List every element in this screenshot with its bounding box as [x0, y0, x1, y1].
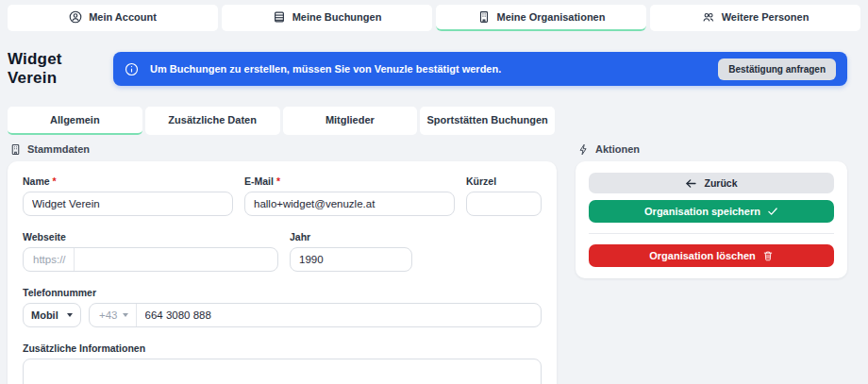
form-row-4: Zusätzliche Informationen: [23, 342, 542, 384]
stammdaten-section-header: Stammdaten: [8, 142, 557, 156]
info-icon: [125, 62, 139, 76]
nav-tab-label: Weitere Personen: [722, 11, 810, 23]
form-row-2: Webseite https:// Jahr: [23, 231, 542, 272]
aktionen-section-header: Aktionen: [576, 142, 847, 156]
chevron-down-icon: [67, 313, 73, 317]
zusatz-info-label: Zusätzliche Informationen: [23, 342, 542, 354]
country-code-select[interactable]: +43: [90, 309, 136, 321]
page-title: Widget Verein: [8, 50, 113, 88]
kuerzel-input[interactable]: [466, 192, 542, 216]
nav-tab-label: Mein Account: [89, 11, 157, 23]
phone-number-group: +43: [89, 303, 542, 327]
email-input[interactable]: [244, 192, 455, 216]
user-circle-icon: [69, 10, 82, 24]
form-row-1: Name* E-Mail* Kürzel: [23, 175, 542, 216]
aktionen-column: Aktionen Zurück Organisation speichern: [576, 142, 847, 278]
name-input[interactable]: [23, 192, 233, 216]
webseite-input-group: https://: [23, 247, 278, 272]
jahr-label: Jahr: [290, 231, 412, 242]
nav-tab-label: Meine Organisationen: [497, 11, 606, 23]
telefon-label: Telefonnummer: [23, 287, 542, 298]
page: Mein Account Meine Buchungen Meine Organ…: [0, 0, 868, 384]
back-button[interactable]: Zurück: [589, 173, 834, 193]
nav-tab-meine-organisationen[interactable]: Meine Organisationen: [436, 5, 646, 31]
subtab-allgemein[interactable]: Allgemein: [8, 107, 142, 135]
phone-type-select[interactable]: Mobil: [23, 303, 81, 327]
check-icon: [767, 206, 778, 217]
banner-message: Um Buchungen zu erstellen, müssen Sie vo…: [150, 63, 501, 75]
nav-tab-meine-buchungen[interactable]: Meine Buchungen: [222, 5, 432, 31]
zusatz-info-textarea[interactable]: [23, 359, 542, 384]
name-label: Name*: [23, 175, 233, 187]
people-icon: [702, 10, 715, 24]
lightning-icon: [577, 143, 590, 156]
delete-organisation-button[interactable]: Organisation löschen: [589, 244, 834, 267]
section-title: Aktionen: [595, 143, 640, 155]
subtab-mitglieder[interactable]: Mitglieder: [283, 107, 418, 135]
subtab-sportstaetten-buchungen[interactable]: Sportstätten Buchungen: [420, 107, 555, 135]
email-label: E-Mail*: [244, 175, 455, 187]
top-navigation: Mein Account Meine Buchungen Meine Organ…: [0, 0, 868, 31]
nav-tab-weitere-personen[interactable]: Weitere Personen: [650, 5, 860, 31]
building-icon: [9, 143, 22, 156]
nav-tab-label: Meine Buchungen: [292, 11, 382, 23]
webseite-field-group: Webseite https://: [23, 231, 278, 272]
trash-icon: [762, 250, 774, 261]
building-icon: [477, 10, 491, 24]
bookings-list-icon: [273, 10, 286, 24]
delete-button-label: Organisation löschen: [649, 250, 755, 261]
chevron-down-icon: [123, 313, 128, 317]
phone-type-value: Mobil: [31, 309, 58, 321]
jahr-field-group: Jahr: [290, 231, 412, 272]
form-row-3: Telefonnummer Mobil +43: [23, 287, 542, 327]
stammdaten-column: Stammdaten Name* E-Mail* Kürzel: [8, 142, 557, 384]
subtab-zusaetzliche-daten[interactable]: Zusätzliche Daten: [145, 107, 280, 135]
webseite-label: Webseite: [23, 231, 278, 242]
info-banner: Um Buchungen zu erstellen, müssen Sie vo…: [113, 52, 847, 86]
arrow-left-icon: [685, 177, 697, 190]
actions-divider: [589, 233, 834, 234]
country-code-value: +43: [99, 309, 118, 321]
jahr-input[interactable]: [290, 247, 412, 272]
url-prefix: https://: [24, 254, 74, 265]
nav-tab-mein-account[interactable]: Mein Account: [8, 5, 218, 31]
organisation-subtabs: Allgemein Zusätzliche Daten Mitglieder S…: [8, 107, 555, 135]
request-confirmation-button[interactable]: Bestätigung anfragen: [718, 58, 836, 80]
webseite-input[interactable]: [75, 248, 277, 271]
name-field-group: Name*: [23, 175, 233, 216]
save-button-label: Organisation speichern: [644, 206, 760, 217]
main-content: Stammdaten Name* E-Mail* Kürzel: [0, 142, 868, 384]
aktionen-card: Zurück Organisation speichern Organisati…: [576, 161, 847, 278]
phone-input-row: Mobil +43: [23, 303, 542, 327]
section-title: Stammdaten: [27, 143, 90, 155]
kuerzel-field-group: Kürzel: [466, 175, 542, 216]
required-mark: *: [53, 175, 57, 187]
required-mark: *: [276, 175, 280, 187]
header: Widget Verein Um Buchungen zu erstellen,…: [0, 50, 868, 88]
stammdaten-card: Name* E-Mail* Kürzel Webseite: [8, 161, 557, 384]
email-field-group: E-Mail*: [244, 175, 455, 216]
save-organisation-button[interactable]: Organisation speichern: [589, 200, 834, 223]
kuerzel-label: Kürzel: [466, 175, 542, 187]
phone-number-input[interactable]: [137, 304, 541, 326]
back-button-label: Zurück: [704, 177, 737, 189]
